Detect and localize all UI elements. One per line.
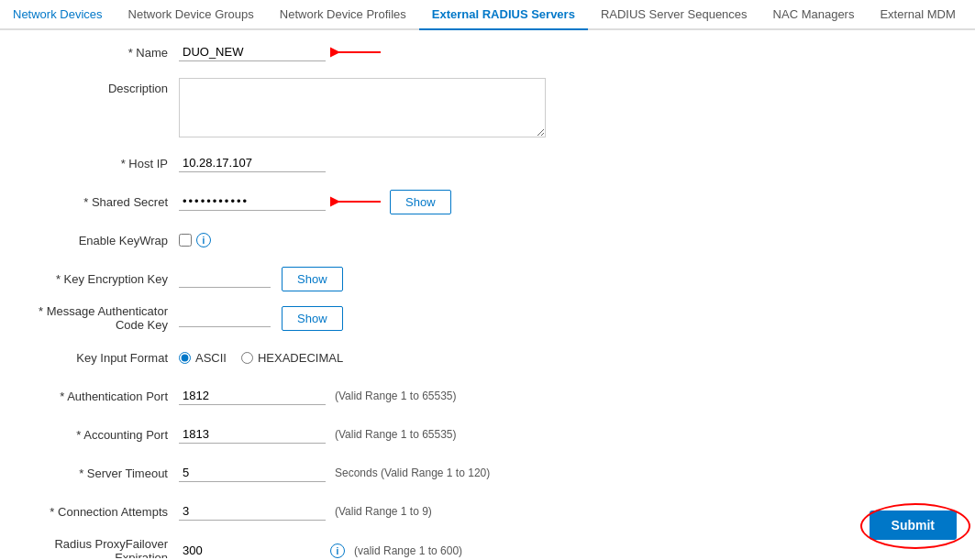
shared-secret-input[interactable] [179,192,326,211]
shared-secret-row: * Shared Secret Show [18,189,957,214]
key-encryption-input[interactable] [179,269,271,288]
connection-attempts-input[interactable] [179,502,326,521]
tab-bar: Network Devices Network Device Groups Ne… [0,0,975,30]
host-ip-row: * Host IP [18,150,957,176]
hexadecimal-radio[interactable] [241,352,253,364]
auth-port-label: * Authentication Port [18,390,179,403]
name-row: * Name [18,39,957,65]
tab-radius-server-sequences[interactable]: RADIUS Server Sequences [588,0,760,30]
tab-more[interactable]: More [969,0,975,30]
hexadecimal-label: HEXADECIMAL [258,351,343,365]
shared-secret-arrow [330,193,381,210]
auth-port-input[interactable] [179,387,326,405]
enable-keywrap-checkbox[interactable] [179,234,192,247]
name-input[interactable] [179,43,326,61]
form-content: * Name Description * Host IP * Shared Se… [0,30,975,558]
enable-keywrap-label: Enable KeyWrap [18,234,179,247]
server-timeout-hint: Seconds (Valid Range 1 to 120) [335,467,490,479]
accounting-port-row: * Accounting Port (Valid Range 1 to 6553… [18,422,957,447]
hexadecimal-radio-label[interactable]: HEXADECIMAL [241,351,343,365]
proxy-failover-hint: (valid Range 1 to 600) [354,544,462,557]
name-input-container [179,43,326,61]
accounting-port-hint: (Valid Range 1 to 65535) [335,428,457,441]
keywrap-info-icon[interactable]: i [196,233,211,247]
server-timeout-row: * Server Timeout Seconds (Valid Range 1 … [18,460,957,486]
ascii-radio-label[interactable]: ASCII [179,351,227,365]
proxy-failover-row: Radius ProxyFailover Expiration i (valid… [18,537,957,558]
tab-nac-managers[interactable]: NAC Managers [760,0,868,30]
shared-secret-show-button[interactable]: Show [390,190,451,214]
tab-network-device-profiles[interactable]: Network Device Profiles [267,0,419,30]
key-input-format-row: Key Input Format ASCII HEXADECIMAL [18,345,957,370]
shared-secret-container [179,192,326,211]
key-encryption-label: * Key Encryption Key [18,272,179,286]
description-input[interactable] [179,78,546,137]
proxy-failover-label: Radius ProxyFailover Expiration [18,537,179,558]
auth-port-hint: (Valid Range 1 to 65535) [335,390,457,402]
auth-port-row: * Authentication Port (Valid Range 1 to … [18,383,957,409]
tab-network-device-groups[interactable]: Network Device Groups [116,0,267,30]
proxy-failover-input[interactable] [179,542,326,558]
ascii-label: ASCII [195,351,227,365]
tab-external-mdm[interactable]: External MDM [867,0,968,30]
name-arrow [330,44,381,60]
proxy-failover-info-icon[interactable]: i [330,544,345,558]
tab-network-devices[interactable]: Network Devices [0,0,116,30]
tab-external-radius-servers[interactable]: External RADIUS Servers [419,0,588,30]
host-ip-label: * Host IP [18,157,179,170]
server-timeout-input[interactable] [179,464,326,482]
server-timeout-label: * Server Timeout [18,467,179,480]
connection-attempts-label: * Connection Attempts [18,505,179,519]
description-label: Description [18,78,179,95]
accounting-port-label: * Accounting Port [18,428,179,442]
host-ip-input[interactable] [179,154,326,172]
message-auth-row: * Message Authenticator Code Key Show [18,304,957,332]
enable-keywrap-row: Enable KeyWrap i [18,227,957,253]
key-encryption-row: * Key Encryption Key Show [18,266,957,291]
shared-secret-label: * Shared Secret [18,195,179,209]
key-input-format-label: Key Input Format [18,351,179,365]
message-auth-input[interactable] [179,309,271,327]
description-row: Description [18,78,957,137]
key-input-format-group: ASCII HEXADECIMAL [179,351,343,365]
submit-button[interactable]: Submit [870,511,957,540]
message-auth-label: * Message Authenticator Code Key [18,304,179,332]
message-auth-show-button[interactable]: Show [282,306,343,331]
accounting-port-input[interactable] [179,425,326,444]
connection-attempts-row: * Connection Attempts (Valid Range 1 to … [18,499,957,524]
key-encryption-show-button[interactable]: Show [282,267,343,291]
connection-attempts-hint: (Valid Range 1 to 9) [335,505,432,518]
name-label: * Name [18,46,179,60]
ascii-radio[interactable] [179,352,191,364]
